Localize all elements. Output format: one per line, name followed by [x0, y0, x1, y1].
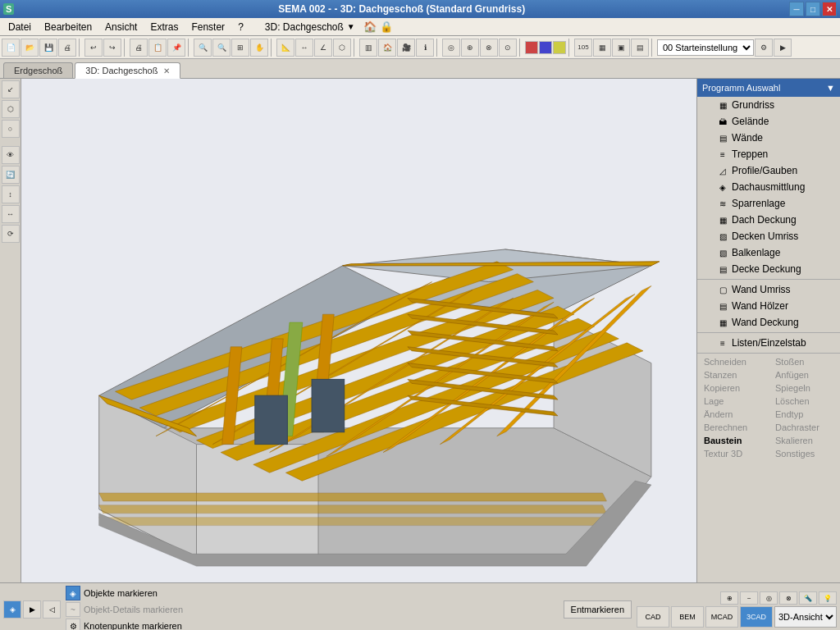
tb-select[interactable]: ⬡ — [333, 39, 351, 57]
menu-datei[interactable]: Datei — [2, 20, 38, 34]
tb-color3[interactable] — [553, 41, 566, 54]
tb-zoom-in[interactable]: 🔍 — [194, 39, 212, 57]
lt-view2[interactable]: 🔄 — [2, 166, 20, 184]
wande-icon: ▤ — [717, 132, 728, 144]
tb-print[interactable]: 🖨 — [58, 39, 76, 57]
tab-dachgeschoss[interactable]: 3D: Dachgeschoß ✕ — [75, 62, 180, 79]
tb-redo[interactable]: ↪ — [103, 39, 121, 57]
unmark-button[interactable]: Entmarkieren — [564, 600, 632, 619]
snap-btn-1[interactable]: ⊕ — [720, 591, 738, 605]
menu-ansicht[interactable]: Ansicht — [98, 20, 144, 34]
balkenlage-label: Balkenlage — [732, 247, 780, 258]
menu-help[interactable]: ? — [231, 20, 250, 34]
snap-btn-2[interactable]: ~ — [740, 591, 758, 605]
snap-btn-3[interactable]: ◎ — [760, 591, 778, 605]
tb-copy[interactable]: 📋 — [148, 39, 167, 57]
starteinstellung-combo[interactable]: 00 Starteinstellung — [657, 39, 754, 56]
tb-btn-c[interactable]: ▣ — [612, 39, 630, 57]
snap-btn-6[interactable]: 💡 — [819, 591, 837, 605]
cad-btn[interactable]: CAD — [637, 606, 669, 628]
lt-view4[interactable]: ↔ — [2, 205, 20, 223]
tb-more[interactable]: ▶ — [774, 39, 792, 57]
panel-gelande[interactable]: 🏔 Gelände — [697, 113, 840, 130]
panel-profile-gauben[interactable]: ◿ Profile/Gauben — [697, 162, 840, 179]
tb-zoom-fit[interactable]: ⊞ — [231, 39, 249, 57]
minimize-button[interactable]: ─ — [789, 2, 804, 16]
tb-color2[interactable] — [539, 41, 552, 54]
panel-balkenlage[interactable]: ▧ Balkenlage — [697, 244, 840, 261]
wand-umriss-label: Wand Umriss — [732, 284, 791, 295]
snap-btn-5[interactable]: 🔦 — [799, 591, 817, 605]
tb-color1[interactable] — [525, 41, 538, 54]
tb-sep-2 — [124, 39, 127, 57]
view-selector[interactable]: 3D-Ansicht — [774, 606, 837, 628]
view-dropdown-icon[interactable]: ▼ — [347, 22, 355, 31]
tb-snap2[interactable]: ⊕ — [461, 39, 479, 57]
panel-dachausmittlung[interactable]: ◈ Dachausmittlung — [697, 179, 840, 195]
lt-lasso[interactable]: ○ — [2, 120, 20, 138]
tb-snap3[interactable]: ⊗ — [480, 39, 498, 57]
tb-dim[interactable]: ↔ — [295, 39, 313, 57]
panel-decke-deckung[interactable]: ▤ Decke Deckung — [697, 261, 840, 277]
snap-btn-4[interactable]: ⊗ — [779, 591, 797, 605]
decken-umriss-icon: ▨ — [717, 231, 728, 242]
tb-print2[interactable]: 🖨 — [130, 39, 148, 57]
action-baustein[interactable]: Baustein — [697, 434, 769, 447]
tb-btn-a[interactable]: 105 — [574, 39, 592, 57]
panel-treppen[interactable]: ≡ Treppen — [697, 146, 840, 162]
tab-close-icon[interactable]: ✕ — [163, 66, 170, 75]
mark-label-3[interactable]: Knotenpunkte markieren — [84, 621, 182, 630]
tb-zoom-out[interactable]: 🔍 — [212, 39, 231, 57]
panel-wand-umriss[interactable]: ▢ Wand Umriss — [697, 281, 840, 298]
tb-pan[interactable]: ✋ — [250, 39, 268, 57]
mark-btn-1[interactable]: ◈ — [3, 600, 21, 619]
tb-layer[interactable]: ▥ — [359, 39, 377, 57]
tb-paste[interactable]: 📌 — [167, 39, 185, 57]
mcad-btn[interactable]: MCAD — [705, 606, 738, 628]
lt-select-box[interactable]: ⬡ — [2, 100, 20, 118]
tab-erdgeschoss[interactable]: Erdgeschoß — [3, 62, 73, 78]
tb-undo[interactable]: ↩ — [84, 39, 103, 57]
3cad-btn[interactable]: 3CAD — [740, 606, 773, 628]
panel-header[interactable]: Programm Auswahl ▼ — [697, 79, 840, 97]
close-button[interactable]: ✕ — [822, 2, 837, 16]
lt-view1[interactable]: 👁 — [2, 146, 20, 164]
action-berechnen: Berechnen — [697, 421, 769, 434]
panel-wand-deckung[interactable]: ▦ Wand Deckung — [697, 314, 840, 331]
tb-snap4[interactable]: ⊙ — [499, 39, 517, 57]
panel-decken-umriss[interactable]: ▨ Decken Umriss — [697, 228, 840, 244]
tb-save[interactable]: 💾 — [39, 39, 57, 57]
panel-sparrenlage[interactable]: ≋ Sparrenlage — [697, 195, 840, 212]
maximize-button[interactable]: □ — [806, 2, 820, 16]
panel-dach-deckung[interactable]: ▦ Dach Deckung — [697, 212, 840, 228]
tb-angle[interactable]: ∠ — [314, 39, 332, 57]
panel-wande[interactable]: ▤ Wände — [697, 130, 840, 146]
tb-render[interactable]: 🎥 — [397, 39, 415, 57]
menu-extras[interactable]: Extras — [144, 20, 185, 34]
mark-btn-2[interactable]: ▶ — [23, 600, 41, 619]
menu-bearbeiten[interactable]: Bearbeiten — [38, 20, 98, 34]
tb-btn-d[interactable]: ▤ — [631, 39, 649, 57]
tb-btn-b[interactable]: ▦ — [593, 39, 611, 57]
tb-snap1[interactable]: ◎ — [442, 39, 460, 57]
bem-btn[interactable]: BEM — [671, 606, 704, 628]
mark-left-icons: ◈ ▶ ◁ — [3, 600, 61, 619]
tb-measure[interactable]: 📐 — [276, 39, 294, 57]
mark-btn-3[interactable]: ◁ — [43, 600, 61, 619]
lt-view5[interactable]: ⟳ — [2, 225, 20, 243]
tb-settings[interactable]: ⚙ — [755, 39, 773, 57]
panel-grundriss[interactable]: ▦ Grundriss — [697, 97, 840, 113]
lt-arrow[interactable]: ↙ — [2, 80, 20, 98]
sparrenlage-label: Sparrenlage — [732, 198, 785, 209]
tb-info[interactable]: ℹ — [416, 39, 434, 57]
svg-marker-39 — [99, 518, 607, 526]
tb-new[interactable]: 📄 — [2, 39, 20, 57]
lt-view3[interactable]: ↕ — [2, 185, 20, 203]
tb-3d[interactable]: 🏠 — [378, 39, 396, 57]
mark-label-1[interactable]: Objekte markieren — [84, 588, 158, 598]
panel-listen-einzelstab[interactable]: ≡ Listen/Einzelstab — [697, 335, 840, 351]
mark-label-2[interactable]: Objekt-Details markieren — [84, 605, 183, 614]
tb-open[interactable]: 📂 — [21, 39, 39, 57]
menu-fenster[interactable]: Fenster — [185, 20, 231, 34]
panel-wand-holzer[interactable]: ▤ Wand Hölzer — [697, 298, 840, 314]
